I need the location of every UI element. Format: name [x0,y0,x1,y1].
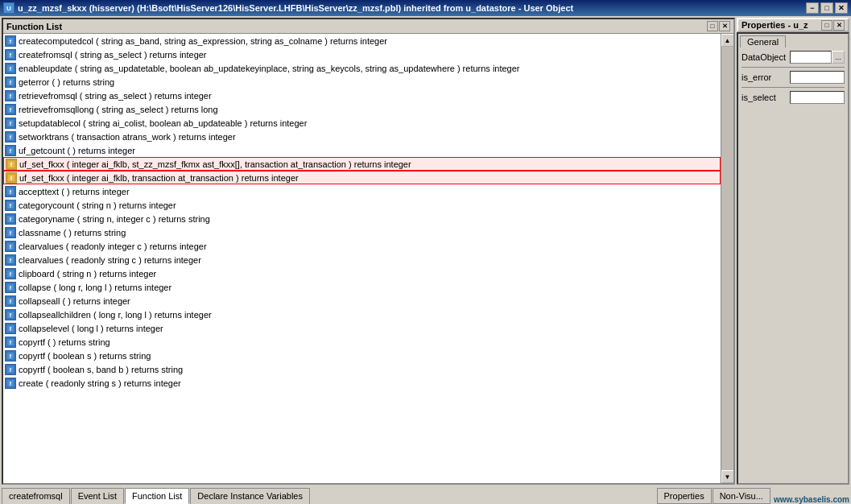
function-item-1[interactable]: fcreatecomputedcol ( string as_band, str… [3,34,721,48]
panel-close-btn[interactable]: ✕ [719,21,730,31]
func-icon-17: f [5,254,16,266]
func-text-18: clipboard ( string n ) returns integer [19,269,156,279]
func-text-1: createcomputedcol ( string as_band, stri… [19,36,387,46]
scroll-down-btn[interactable]: ▼ [721,470,734,483]
function-item-9[interactable]: fuf_getcount ( ) returns integer [3,143,721,157]
func-text-9: uf_getcount ( ) returns integer [19,146,135,155]
func-text-3: enableupdate ( string as_updatetable, bo… [19,64,520,73]
title-bar-buttons: − □ ✕ [806,2,848,14]
bottom-tab-2[interactable]: Function List [125,488,189,504]
props-tab-bar: General [738,34,848,48]
func-text-25: copyrtf ( boolean s, band b ) returns st… [19,365,183,374]
func-icon-21: f [5,309,16,320]
func-text-2: createfromsql ( string as_select ) retur… [19,50,207,60]
func-icon-3: f [5,63,16,74]
function-list-title: Function List [6,22,62,31]
close-button[interactable]: ✕ [835,2,848,14]
function-item-26[interactable]: fcreate ( readonly string s ) returns in… [3,376,721,390]
vertical-scrollbar[interactable]: ▲ ▼ [721,34,733,483]
func-icon-11: f [6,172,17,184]
function-item-10[interactable]: fuf_set_fkxx ( integer ai_fklb, st_zz_mz… [3,157,721,171]
scroll-track[interactable] [721,47,734,470]
function-item-20[interactable]: fcollapseall ( ) returns integer [3,294,721,308]
panel-maximize-btn[interactable]: □ [707,21,718,31]
props-close-btn[interactable]: ✕ [833,20,845,31]
function-item-18[interactable]: fclipboard ( string n ) returns integer [3,266,721,280]
props-header-buttons: □ ✕ [821,20,845,31]
func-icon-13: f [5,200,16,211]
dataobject-browse-btn[interactable]: ... [832,51,845,64]
app-icon: U [3,2,14,14]
function-item-7[interactable]: fsetupdatablecol ( string ai_colist, boo… [3,116,721,130]
func-text-7: setupdatablecol ( string ai_colist, bool… [19,118,307,128]
func-icon-23: f [5,337,16,348]
maximize-button[interactable]: □ [820,2,833,14]
function-item-19[interactable]: fcollapse ( long r, long l ) returns int… [3,280,721,294]
function-item-15[interactable]: fclassname ( ) returns string [3,225,721,239]
is-error-input[interactable] [790,71,845,84]
func-icon-14: f [5,213,16,225]
tab-properties[interactable]: Properties [657,488,712,504]
func-text-16: clearvalues ( readonly integer c ) retur… [19,242,207,251]
function-item-24[interactable]: fcopyrtf ( boolean s ) returns string [3,349,721,362]
func-text-26: create ( readonly string s ) returns int… [19,378,181,388]
bottom-tab-1[interactable]: Event List [71,488,124,504]
func-icon-8: f [5,131,16,143]
status-bar: createfromsqlEvent ListFunction ListDecl… [0,486,851,504]
function-item-14[interactable]: fcategoryname ( string n, integer c ) re… [3,212,721,225]
separator-2 [742,87,845,88]
func-text-8: setworktrans ( transaction atrans_work )… [19,132,236,142]
func-text-19: collapse ( long r, long l ) returns inte… [19,283,171,292]
function-item-5[interactable]: fretrievefromsql ( string as_select ) re… [3,89,721,102]
is-select-label: is_select [742,93,790,102]
function-item-16[interactable]: fclearvalues ( readonly integer c ) retu… [3,239,721,253]
func-icon-26: f [5,378,16,389]
func-icon-20: f [5,295,16,307]
func-icon-5: f [5,90,16,101]
func-icon-2: f [5,49,16,60]
func-icon-7: f [5,118,16,129]
title-text: u_zz_mzsf_skxx (hisserver) (H:\Bsoft\His… [18,3,806,13]
dataobject-label: DataObject [742,52,790,62]
func-icon-22: f [5,323,16,334]
func-icon-18: f [5,268,16,279]
func-text-6: retrievefromsqllong ( string as_select )… [19,105,218,114]
scroll-up-btn[interactable]: ▲ [721,34,734,47]
props-maximize-btn[interactable]: □ [821,20,832,31]
dataobject-input[interactable] [790,51,832,64]
func-icon-24: f [5,350,16,361]
function-item-6[interactable]: fretrievefromsqllong ( string as_select … [3,102,721,116]
is-select-input[interactable] [790,91,845,104]
bottom-tab-0[interactable]: createfromsql [2,488,70,504]
func-text-22: collapselevel ( long l ) returns integer [19,324,163,333]
function-list-panel: Function List □ ✕ fcreatecomputedcol ( s… [2,18,735,485]
minimize-button[interactable]: − [806,2,819,14]
func-text-14: categoryname ( string n, integer c ) ret… [19,214,210,224]
properties-title: Properties - u_z [742,20,808,30]
func-text-24: copyrtf ( boolean s ) returns string [19,351,151,361]
func-text-17: clearvalues ( readonly string c ) return… [19,255,201,265]
function-item-23[interactable]: fcopyrtf ( ) returns string [3,335,721,349]
function-list: fcreatecomputedcol ( string as_band, str… [3,34,721,483]
func-icon-6: f [5,104,16,115]
function-item-22[interactable]: fcollapselevel ( long l ) returns intege… [3,321,721,335]
function-item-8[interactable]: fsetworktrans ( transaction atrans_work … [3,130,721,143]
function-item-21[interactable]: fcollapseallchildren ( long r, long l ) … [3,308,721,321]
panel-header-buttons: □ ✕ [707,21,730,31]
is-error-label: is_error [742,72,790,82]
tab-non-visual[interactable]: Non-Visu... [713,488,770,504]
function-item-13[interactable]: fcategorycount ( string n ) returns inte… [3,198,721,212]
function-item-11[interactable]: fuf_set_fkxx ( integer ai_fklb, transact… [3,171,721,184]
function-item-12[interactable]: faccepttext ( ) returns integer [3,184,721,198]
tab-general[interactable]: General [740,35,786,48]
function-item-3[interactable]: fenableupdate ( string as_updatetable, b… [3,61,721,75]
function-item-4[interactable]: fgeterror ( ) returns string [3,75,721,89]
func-text-13: categorycount ( string n ) returns integ… [19,200,176,210]
function-item-17[interactable]: fclearvalues ( readonly string c ) retur… [3,253,721,266]
func-icon-25: f [5,364,16,375]
function-item-2[interactable]: fcreatefromsql ( string as_select ) retu… [3,48,721,61]
function-item-25[interactable]: fcopyrtf ( boolean s, band b ) returns s… [3,362,721,376]
is-error-row: is_error [742,71,845,84]
func-text-23: copyrtf ( ) returns string [19,337,110,347]
bottom-tab-3[interactable]: Declare Instance Variables [190,488,310,504]
